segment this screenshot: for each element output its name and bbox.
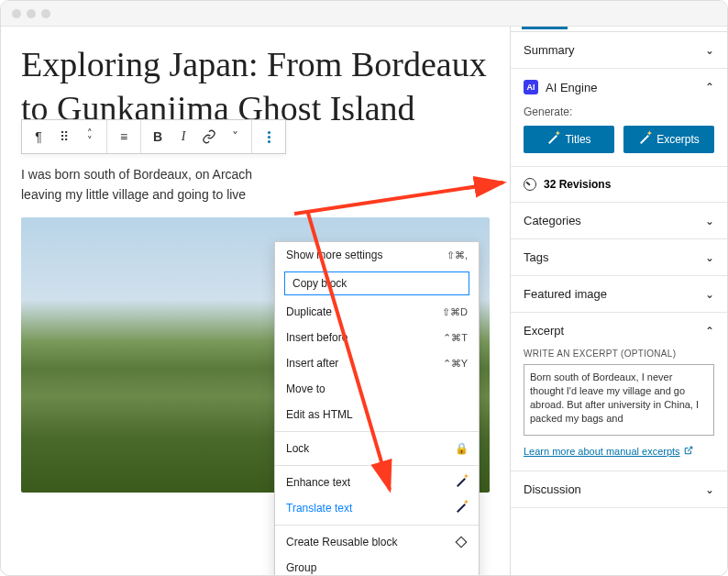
chevron-up-icon: ⌃	[705, 325, 714, 338]
wand-icon	[455, 502, 468, 515]
panel-featured-image: Featured image⌄	[511, 276, 727, 313]
generate-label: Generate:	[524, 105, 714, 118]
chevron-down-icon: ⌄	[705, 483, 714, 496]
chevron-down-icon: ⌄	[705, 215, 714, 227]
menu-group[interactable]: Group	[275, 555, 479, 575]
excerpt-field-label: WRITE AN EXCERPT (OPTIONAL)	[524, 349, 714, 359]
panel-header-excerpt[interactable]: Excerpt⌃	[511, 313, 727, 349]
excerpt-help-link[interactable]: Learn more about manual excerpts	[524, 446, 693, 457]
excerpt-textarea[interactable]	[524, 364, 714, 436]
ai-engine-icon: AI	[524, 80, 538, 94]
bold-button[interactable]: B	[145, 124, 171, 150]
svg-rect-0	[456, 537, 467, 548]
wand-icon	[455, 476, 468, 489]
panel-excerpt: Excerpt⌃ WRITE AN EXCERPT (OPTIONAL) Lea…	[511, 313, 727, 471]
menu-divider	[275, 431, 479, 432]
generate-excerpts-button[interactable]: Excerpts	[623, 126, 714, 153]
app-window: Exploring Japan: From Bordeaux to Gunkan…	[0, 0, 728, 576]
lock-icon: 🔒	[455, 442, 468, 455]
menu-duplicate[interactable]: Duplicate⇧⌘D	[275, 299, 479, 325]
chevron-down-icon: ⌄	[705, 44, 714, 57]
generate-titles-button[interactable]: Titles	[524, 126, 614, 153]
chevron-down-icon[interactable]: ˅	[222, 124, 248, 150]
panel-header-ai-engine[interactable]: AIAI Engine ⌃	[511, 69, 727, 105]
traffic-light[interactable]	[27, 9, 36, 18]
block-toolbar: ¶ ⠿ ˄˅ ≡ B I ˅	[21, 119, 286, 154]
wand-icon	[546, 133, 559, 146]
menu-lock[interactable]: Lock🔒	[275, 436, 479, 461]
editor-canvas: Exploring Japan: From Bordeaux to Gunkan…	[1, 27, 510, 575]
traffic-light[interactable]	[12, 9, 21, 18]
drag-handle-icon[interactable]: ⠿	[51, 124, 77, 150]
menu-translate-text[interactable]: Translate text	[275, 495, 479, 521]
link-icon[interactable]	[196, 124, 222, 150]
block-options-menu: Show more settings⇧⌘, Copy block Duplica…	[274, 241, 480, 575]
move-updown-icon[interactable]: ˄˅	[77, 124, 103, 150]
chevron-down-icon: ⌄	[705, 288, 714, 301]
panel-ai-engine: AIAI Engine ⌃ Generate: Titles Excerpts	[511, 69, 727, 167]
menu-divider	[275, 465, 479, 466]
panel-categories: Categories⌄	[511, 203, 727, 239]
panel-summary: Summary⌄	[511, 32, 727, 69]
panel-discussion: Discussion⌄	[511, 471, 727, 508]
content-area: Exploring Japan: From Bordeaux to Gunkan…	[1, 27, 727, 575]
paragraph-icon[interactable]: ¶	[26, 124, 51, 150]
window-titlebar	[1, 1, 727, 27]
more-options-button[interactable]	[256, 124, 281, 150]
menu-create-reusable-block[interactable]: Create Reusable block	[275, 529, 479, 555]
menu-enhance-text[interactable]: Enhance text	[275, 470, 479, 495]
chevron-up-icon: ⌃	[705, 81, 714, 94]
menu-divider	[275, 525, 479, 526]
chevron-down-icon: ⌄	[705, 251, 714, 264]
panel-header-summary[interactable]: Summary⌄	[511, 32, 727, 68]
history-icon	[524, 178, 536, 191]
menu-edit-html[interactable]: Edit as HTML	[275, 402, 479, 427]
menu-move-to[interactable]: Move to	[275, 376, 479, 402]
wand-icon	[638, 133, 651, 146]
menu-insert-before[interactable]: Insert before⌃⌘T	[275, 325, 479, 350]
menu-show-more-settings[interactable]: Show more settings⇧⌘,	[275, 242, 479, 268]
panel-header-featured-image[interactable]: Featured image⌄	[511, 276, 727, 312]
post-title[interactable]: Exploring Japan: From Bordeaux to Gunkan…	[21, 43, 490, 130]
panel-header-discussion[interactable]: Discussion⌄	[511, 471, 727, 507]
italic-button[interactable]: I	[171, 124, 196, 150]
panel-header-tags[interactable]: Tags⌄	[511, 239, 727, 275]
panel-header-categories[interactable]: Categories⌄	[511, 203, 727, 238]
settings-sidebar: Summary⌄ AIAI Engine ⌃ Generate: Titles …	[510, 27, 727, 575]
menu-copy-block[interactable]: Copy block	[284, 271, 469, 295]
svg-line-3	[688, 447, 692, 451]
reusable-icon	[455, 536, 468, 548]
traffic-light[interactable]	[41, 9, 50, 18]
align-icon[interactable]: ≡	[111, 124, 137, 150]
panel-tags: Tags⌄	[511, 239, 727, 276]
menu-insert-after[interactable]: Insert after⌃⌘Y	[275, 350, 479, 376]
revisions-link[interactable]: 32 Revisions	[511, 167, 727, 203]
external-link-icon	[684, 446, 693, 457]
sidebar-tabs[interactable]	[511, 27, 727, 32]
paragraph-block[interactable]: I was born south of Bordeaux, on Arcach …	[21, 165, 490, 205]
